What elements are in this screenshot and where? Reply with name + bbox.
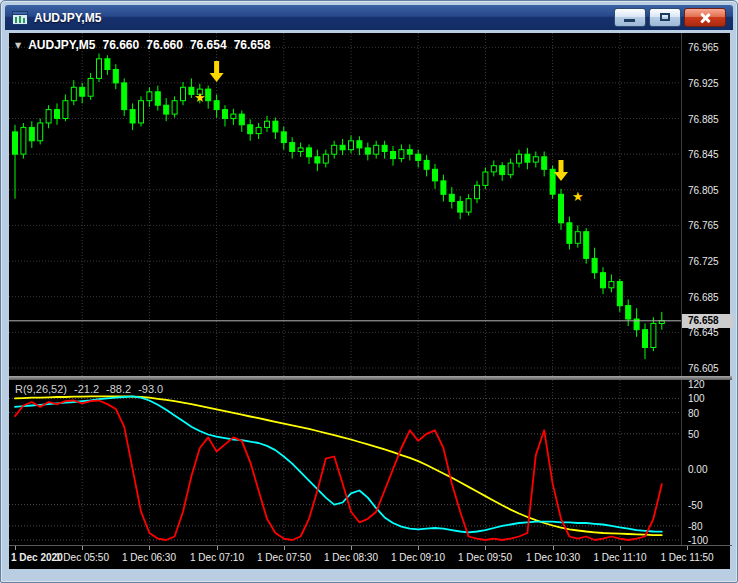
indicator-pane[interactable]: R(9,26,52)-21.2-88.2-93.0 12010080500.00…	[9, 380, 732, 545]
time-axis-label: 1 Dec 11:50	[654, 552, 720, 563]
header-close: 76.658	[234, 38, 271, 52]
candlesticks	[13, 54, 665, 360]
price-scale-label: 76.805	[688, 185, 719, 196]
time-axis-tick	[418, 546, 419, 550]
header-low: 76.654	[190, 38, 227, 52]
header-high: 76.660	[146, 38, 183, 52]
minimize-icon	[624, 19, 635, 22]
time-axis-label: 1 Dec 09:50	[452, 552, 518, 563]
time-axis-label: 1 Dec 09:10	[385, 552, 451, 563]
minimize-button[interactable]	[614, 8, 646, 27]
price-chart-pane[interactable]: ★★ ▼AUDJPY,M576.66076.66076.65476.658 76…	[9, 33, 732, 376]
time-axis-tick	[284, 546, 285, 550]
indicator-canvas[interactable]	[9, 380, 681, 545]
price-scale-label: 76.925	[688, 78, 719, 89]
time-axis-label: 1 Dec 10:30	[520, 552, 586, 563]
indicator-scale-label: -80	[688, 521, 702, 532]
time-axis-tick	[217, 546, 218, 550]
time-axis-label: 1 Dec 07:10	[184, 552, 250, 563]
time-axis-tick	[15, 546, 16, 550]
window-title: AUDJPY,M5	[34, 11, 101, 25]
chart-client-area: ★★ ▼AUDJPY,M576.66076.66076.65476.658 76…	[9, 33, 730, 569]
time-axis-label: 1 Dec 07:50	[251, 552, 317, 563]
indicator-line-slow	[15, 396, 662, 535]
time-axis-tick	[149, 546, 150, 550]
time-axis-label: 1 Dec 05:50	[49, 552, 115, 563]
indicator-scale-label: 120	[688, 379, 705, 390]
indicator-scale-label: 50	[688, 429, 699, 440]
indicator-value-1: -21.2	[74, 383, 99, 395]
indicator-value-2: -88.2	[106, 383, 131, 395]
indicator-line-fast	[15, 401, 662, 541]
indicator-lines	[15, 396, 662, 540]
indicator-name: R(9,26,52)	[15, 383, 67, 395]
close-button[interactable]	[684, 8, 726, 27]
indicator-scale-label: -50	[688, 500, 702, 511]
time-axis-label: 1 Dec 11:10	[587, 552, 653, 563]
chart-window-icon	[12, 11, 28, 25]
star-icon: ★	[572, 189, 584, 204]
price-scale[interactable]: 76.658 76.96576.92576.88576.84576.80576.…	[681, 33, 732, 376]
star-icon: ★	[194, 90, 206, 105]
metatrader-chart-window: AUDJPY,M5 ★★ ▼AUDJPY,M576.66076.66076.65…	[0, 0, 738, 583]
time-axis-label: 1 Dec 08:30	[318, 552, 384, 563]
price-scale-label: 76.765	[688, 220, 719, 231]
indicator-scale[interactable]: 12010080500.00-50-80-100	[681, 380, 732, 545]
indicator-scale-label: 100	[688, 393, 705, 404]
indicator-line-middle	[15, 396, 662, 532]
time-axis[interactable]: 1 Dec 20201 Dec 05:501 Dec 06:301 Dec 07…	[9, 546, 732, 571]
chart-ohlc-header: ▼AUDJPY,M576.66076.66076.65476.658	[15, 38, 277, 52]
window-controls	[614, 8, 726, 27]
sell-arrow-icon	[554, 160, 568, 181]
header-open: 76.660	[103, 38, 140, 52]
time-axis-tick	[687, 546, 688, 550]
price-chart-canvas[interactable]: ★★	[9, 33, 681, 376]
title-bar[interactable]: AUDJPY,M5	[5, 5, 733, 30]
indicator-scale-label: 0.00	[688, 464, 707, 475]
restore-icon	[660, 13, 670, 21]
sell-arrow-icon	[210, 61, 224, 82]
header-symbol: AUDJPY,M5	[28, 38, 95, 52]
price-scale-label: 76.885	[688, 114, 719, 125]
price-scale-label: 76.965	[688, 42, 719, 53]
price-scale-label: 76.685	[688, 292, 719, 303]
time-axis-tick	[620, 546, 621, 550]
dropdown-icon[interactable]: ▼	[15, 41, 21, 50]
close-icon	[699, 12, 711, 24]
time-axis-tick	[82, 546, 83, 550]
time-axis-tick	[485, 546, 486, 550]
indicator-value-3: -93.0	[138, 383, 163, 395]
restore-button[interactable]	[649, 8, 681, 27]
indicator-label: R(9,26,52)-21.2-88.2-93.0	[15, 383, 170, 395]
price-scale-label: 76.845	[688, 149, 719, 160]
time-axis-label: 1 Dec 06:30	[116, 552, 182, 563]
price-scale-label: 76.725	[688, 256, 719, 267]
indicator-scale-label: 80	[688, 408, 699, 419]
main-grid	[9, 33, 681, 376]
price-scale-label: 76.645	[688, 327, 719, 338]
current-price-badge: 76.658	[682, 314, 733, 328]
price-scale-label: 76.605	[688, 363, 719, 374]
time-axis-tick	[351, 546, 352, 550]
time-axis-tick	[553, 546, 554, 550]
